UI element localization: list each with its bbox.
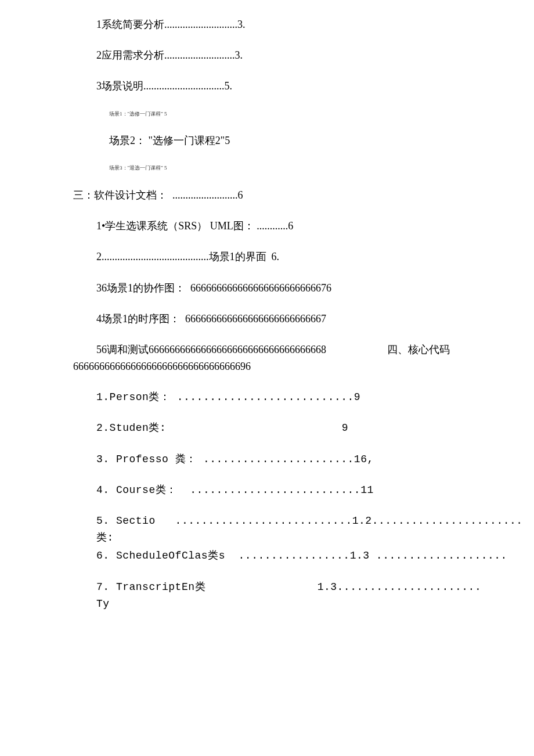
toc-item: 1系统简要分析............................3.	[96, 17, 534, 32]
toc-subitem: 场景3："退选一门课程" 5	[109, 164, 534, 172]
toc-item: 3. Professo 粪： .......................16…	[96, 452, 534, 467]
toc-text: 56调和测试6666666666666666666666666666666668	[96, 344, 326, 355]
toc-item: 36场景1的协作图： 666666666666666666666666676	[96, 281, 534, 296]
toc-text: 四、核心代码	[387, 343, 450, 357]
toc-item: 2.Studen类: 9	[96, 421, 534, 435]
toc-subitem: 场景1："选修一门课程" 5	[109, 110, 534, 118]
toc-item: 类:	[96, 531, 534, 545]
toc-item: 56调和测试6666666666666666666666666666666668…	[96, 343, 534, 357]
toc-item: 6666666666666666666666666666666696	[73, 359, 534, 374]
toc-page: 1.3......................	[317, 581, 482, 593]
toc-item: 4场景1的时序图： 666666666666666666666666667	[96, 312, 534, 326]
toc-item: 1•学生选课系统（SRS） UML图： ............6	[96, 219, 534, 233]
toc-item: 3场景说明...............................5.	[96, 79, 534, 93]
toc-item: 2应用需求分析...........................3.	[96, 48, 534, 63]
toc-label: 2.Studen类:	[96, 422, 166, 434]
toc-section: 三：软件设计文档： .........................6	[73, 188, 534, 203]
toc-page: 9	[342, 422, 348, 434]
toc-item: 5. Sectio ...........................1.2…	[96, 514, 534, 528]
toc-subitem: 场景2： "选修一门课程2"5	[109, 134, 534, 148]
toc-label: 7. TranscriptEn类	[96, 581, 205, 593]
toc-item: 1.Person类： ...........................9	[96, 390, 534, 405]
toc-item: 4. Course类： ..........................11	[96, 483, 534, 498]
toc-item: 2.......................................…	[96, 250, 534, 264]
toc-item: Ty	[96, 597, 534, 611]
toc-item: 7. TranscriptEn类 1.3....................…	[96, 580, 534, 595]
toc-item: 6. ScheduleOfClas类s .................1.3…	[96, 549, 534, 563]
